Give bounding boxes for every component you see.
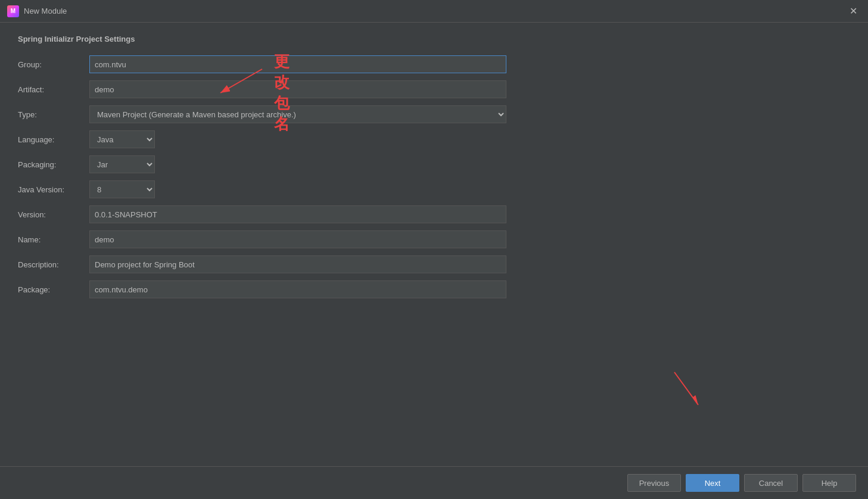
next-arrow-container <box>662 366 710 416</box>
form-container: Group: Artifact: Type: Maven Project (Ge… <box>18 55 850 305</box>
language-select[interactable]: Java Kotlin Groovy <box>89 130 155 148</box>
package-input[interactable] <box>89 280 506 298</box>
type-select[interactable]: Maven Project (Generate a Maven based pr… <box>89 105 506 123</box>
section-title: Spring Initializr Project Settings <box>18 35 850 43</box>
description-label: Description: <box>18 260 89 269</box>
group-row: Group: <box>18 55 850 73</box>
new-module-dialog: M New Module ✕ Spring Initializr Project… <box>0 0 868 499</box>
previous-button[interactable]: Previous <box>627 474 681 492</box>
dialog-body: Spring Initializr Project Settings 更改包名 <box>0 23 868 466</box>
title-bar-left: M New Module <box>7 5 67 17</box>
java-version-row: Java Version: 8 11 17 <box>18 180 850 198</box>
title-bar: M New Module ✕ <box>0 0 868 23</box>
dialog-footer: Previous Next Cancel Help <box>0 466 868 499</box>
artifact-input[interactable] <box>89 80 506 98</box>
version-label: Version: <box>18 210 89 219</box>
java-version-select[interactable]: 8 11 17 <box>89 180 155 198</box>
packaging-select[interactable]: Jar War <box>89 155 155 173</box>
next-arrow <box>662 366 710 414</box>
name-label: Name: <box>18 235 89 244</box>
name-input[interactable] <box>89 230 506 248</box>
version-input[interactable] <box>89 205 506 223</box>
artifact-row: Artifact: <box>18 80 850 98</box>
type-row: Type: Maven Project (Generate a Maven ba… <box>18 105 850 123</box>
package-row: Package: <box>18 280 850 298</box>
name-row: Name: <box>18 230 850 248</box>
type-label: Type: <box>18 110 89 119</box>
group-label: Group: <box>18 60 89 69</box>
description-row: Description: <box>18 255 850 273</box>
packaging-label: Packaging: <box>18 160 89 169</box>
language-label: Language: <box>18 135 89 144</box>
language-row: Language: Java Kotlin Groovy <box>18 130 850 148</box>
cancel-button[interactable]: Cancel <box>744 474 798 492</box>
description-input[interactable] <box>89 255 506 273</box>
close-button[interactable]: ✕ <box>846 5 861 17</box>
dialog-title: New Module <box>24 7 67 15</box>
next-button[interactable]: Next <box>686 474 739 492</box>
artifact-label: Artifact: <box>18 85 89 94</box>
app-icon: M <box>7 5 19 17</box>
packaging-row: Packaging: Jar War <box>18 155 850 173</box>
version-row: Version: <box>18 205 850 223</box>
package-label: Package: <box>18 285 89 294</box>
group-input[interactable] <box>89 55 506 73</box>
java-version-label: Java Version: <box>18 185 89 194</box>
help-button[interactable]: Help <box>802 474 856 492</box>
svg-line-3 <box>674 372 698 405</box>
